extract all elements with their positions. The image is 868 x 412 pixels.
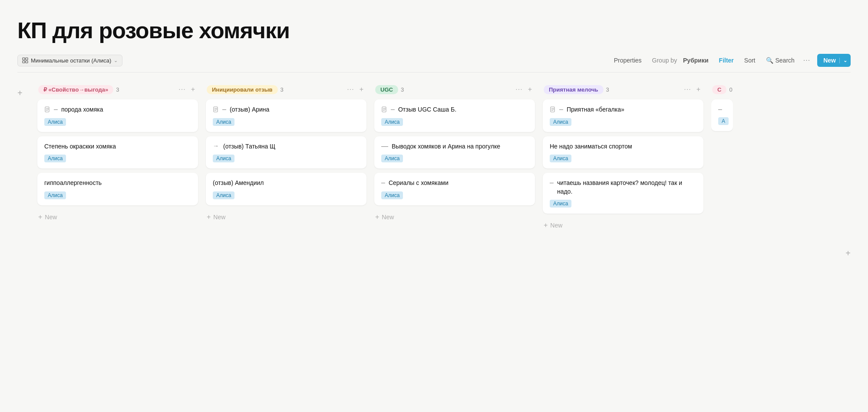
column-more-button-col3[interactable]: ··· (513, 85, 525, 94)
card[interactable]: → (отзыв) Татьяна ЩАлиса (206, 136, 366, 169)
column-count-col5: 0 (729, 86, 732, 93)
column-count-col2: 3 (281, 86, 284, 93)
column-count-col4: 3 (606, 86, 609, 93)
more-button[interactable]: ··· (801, 55, 813, 66)
svg-rect-1 (26, 58, 28, 60)
board-footer: + (17, 240, 851, 267)
column-add-button-col3[interactable]: + (526, 85, 534, 94)
card-prefix: – (381, 179, 385, 187)
card-title-row: – (718, 105, 726, 113)
card-tag: Алиса (381, 118, 403, 126)
card-title-row: – порода хомяка (44, 105, 191, 114)
view-label: Минимальные остатки (Алиса) (31, 57, 111, 64)
card[interactable]: – А (711, 99, 733, 131)
new-button-label: New (823, 57, 839, 64)
new-label: New (550, 222, 562, 229)
chevron-icon: ⌄ (114, 58, 118, 63)
card-tag: Алиса (213, 118, 234, 126)
properties-button[interactable]: Properties (610, 54, 646, 66)
card-title: Степень окраскки хомяка (44, 142, 116, 151)
card-title: (отзыв) Арина (230, 105, 270, 114)
add-column-button[interactable]: + (17, 85, 30, 98)
column-tag-col2: Инициировали отзыв (207, 85, 278, 94)
column-more-button-col2[interactable]: ··· (345, 85, 356, 94)
card-title-row: → (отзыв) Татьяна Щ (213, 142, 360, 151)
document-icon (44, 106, 50, 114)
toolbar-actions: Properties Group by Рубрики Filter Sort … (610, 54, 851, 67)
group-by-button[interactable]: Group by Рубрики (648, 54, 713, 66)
plus-icon: + (544, 221, 548, 229)
column-add-button-col1[interactable]: + (189, 85, 197, 94)
view-selector[interactable]: Минимальные остатки (Алиса) ⌄ (17, 55, 122, 66)
column-actions-col2: ···+ (345, 85, 366, 94)
card-tag: Алиса (213, 155, 234, 162)
new-button[interactable]: New ⌄ (817, 54, 851, 67)
card-prefix: – (391, 105, 395, 113)
column-more-button-col4[interactable]: ··· (682, 85, 693, 94)
column-new-row-col3[interactable]: +New (374, 211, 535, 223)
toolbar: Минимальные остатки (Алиса) ⌄ Properties… (17, 54, 851, 73)
card-title: гиппоаллергенность (44, 179, 102, 188)
grid-icon (22, 57, 28, 63)
document-icon (381, 106, 387, 114)
column-add-button-col4[interactable]: + (694, 85, 703, 94)
column-tag-col5: С (712, 85, 726, 94)
plus-icon: + (38, 213, 42, 221)
column-new-row-col2[interactable]: +New (206, 211, 366, 223)
card-title-row: — Выводок хомяков и Арина на прогулке (381, 142, 528, 151)
card-prefix: – (222, 105, 226, 113)
search-button[interactable]: 🔍 Search (762, 54, 799, 66)
card[interactable]: Степень окраскки хомякаАлиса (37, 136, 198, 169)
card-title-row: – Сериалы с хомяками (381, 179, 528, 188)
board: + ₽ «Свойство→выгода»3···+ – порода хомя… (17, 85, 851, 240)
document-icon (550, 106, 556, 114)
footer-add-icon[interactable]: + (845, 248, 851, 258)
new-button-chevron[interactable]: ⌄ (839, 58, 851, 63)
column-col3: UGC3···+ – Отзыв UGC Саша Б.Алиса— Вывод… (374, 85, 535, 223)
card-tag: Алиса (44, 118, 66, 126)
plus-icon: + (375, 213, 379, 221)
svg-rect-3 (26, 61, 28, 63)
card[interactable]: Не надо заниматься спортомАлиса (543, 136, 703, 169)
column-tag-col4: Приятная мелочь (544, 85, 604, 94)
card-title-row: – читаешь названия карточек? молодец! та… (550, 179, 696, 196)
new-label: New (45, 214, 57, 221)
card-title: читаешь названия карточек? молодец! так … (557, 179, 696, 196)
page-title: КП для розовые хомячки (17, 17, 851, 43)
column-more-button-col1[interactable]: ··· (176, 85, 188, 94)
card-title: (отзыв) Амендиил (213, 179, 264, 188)
card[interactable]: — Выводок хомяков и Арина на прогулкеАли… (374, 136, 535, 169)
page-wrapper: КП для розовые хомячки Минимальные остат… (0, 0, 868, 412)
card-prefix: — (381, 142, 388, 150)
column-new-row-col1[interactable]: +New (37, 211, 198, 223)
card[interactable]: – порода хомякаАлиса (37, 99, 198, 132)
card-arrow: → (213, 142, 219, 149)
card[interactable]: – Отзыв UGC Саша Б.Алиса (374, 99, 535, 132)
search-icon: 🔍 (766, 57, 773, 64)
card[interactable]: – Приятная «бегалка»Алиса (543, 99, 703, 132)
column-header-col1: ₽ «Свойство→выгода»3···+ (37, 85, 198, 94)
card-title: Сериалы с хомяками (389, 179, 449, 188)
card[interactable]: – Сериалы с хомякамиАлиса (374, 173, 535, 205)
card-tag: Алиса (550, 118, 571, 126)
card-title-row: – Отзыв UGC Саша Б. (381, 105, 528, 114)
column-add-button-col2[interactable]: + (357, 85, 366, 94)
card-prefix: – (559, 105, 563, 113)
new-label: New (213, 214, 225, 221)
card-prefix: – (718, 105, 722, 113)
card[interactable]: – (отзыв) АринаАлиса (206, 99, 366, 132)
card-title-row: (отзыв) Амендиил (213, 179, 360, 188)
card-title: Не надо заниматься спортом (550, 142, 632, 151)
column-header-col5: С0···+ (711, 85, 733, 94)
column-col5: С0···+– А (711, 85, 733, 135)
svg-rect-0 (23, 58, 25, 60)
column-new-row-col4[interactable]: +New (543, 220, 703, 231)
card[interactable]: – читаешь названия карточек? молодец! та… (543, 173, 703, 214)
column-col2: Инициировали отзыв3···+ – (отзыв) АринаА… (206, 85, 366, 223)
card[interactable]: (отзыв) АмендиилАлиса (206, 173, 366, 205)
sort-button[interactable]: Sort (740, 54, 760, 66)
group-by-prefix: Group by (652, 57, 677, 64)
filter-button[interactable]: Filter (715, 54, 738, 66)
card[interactable]: гиппоаллергенностьАлиса (37, 173, 198, 205)
column-col1: ₽ «Свойство→выгода»3···+ – порода хомяка… (37, 85, 198, 223)
